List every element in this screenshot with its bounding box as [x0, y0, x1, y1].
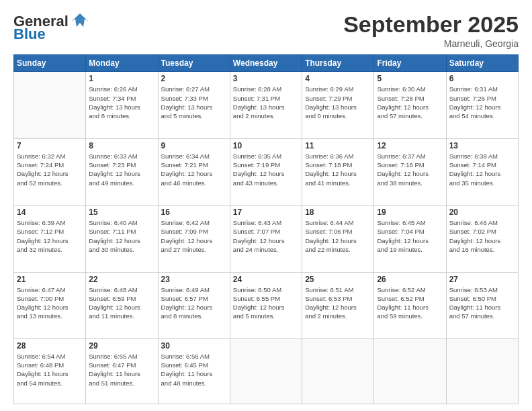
calendar-week-row: 14Sunrise: 6:39 AM Sunset: 7:12 PM Dayli…: [14, 205, 519, 272]
col-saturday: Saturday: [446, 55, 518, 72]
day-info: Sunrise: 6:50 AM Sunset: 6:55 PM Dayligh…: [233, 285, 299, 321]
day-number: 8: [89, 141, 154, 150]
day-number: 16: [161, 208, 227, 217]
month-title: September 2025: [343, 12, 519, 37]
day-info: Sunrise: 6:52 AM Sunset: 6:52 PM Dayligh…: [377, 285, 443, 321]
day-number: 26: [377, 275, 443, 284]
col-monday: Monday: [86, 55, 158, 72]
title-area: September 2025 Marneuli, Georgia: [343, 12, 519, 49]
day-number: 4: [305, 74, 371, 83]
calendar-table: Sunday Monday Tuesday Wednesday Thursday…: [13, 54, 519, 404]
day-number: 6: [449, 74, 515, 83]
day-number: 12: [377, 141, 443, 150]
day-number: 30: [161, 341, 227, 351]
subtitle: Marneuli, Georgia: [343, 38, 519, 49]
day-number: 17: [233, 208, 299, 217]
table-row: [446, 338, 518, 404]
table-row: 30Sunrise: 6:56 AM Sunset: 6:45 PM Dayli…: [158, 338, 230, 404]
table-row: 22Sunrise: 6:48 AM Sunset: 6:59 PM Dayli…: [86, 272, 158, 338]
day-info: Sunrise: 6:39 AM Sunset: 7:12 PM Dayligh…: [17, 218, 83, 254]
table-row: 21Sunrise: 6:47 AM Sunset: 7:00 PM Dayli…: [14, 272, 86, 338]
day-info: Sunrise: 6:38 AM Sunset: 7:14 PM Dayligh…: [449, 152, 515, 187]
day-number: 11: [305, 141, 371, 150]
day-info: Sunrise: 6:48 AM Sunset: 6:59 PM Dayligh…: [89, 285, 154, 321]
table-row: 19Sunrise: 6:45 AM Sunset: 7:04 PM Dayli…: [374, 205, 446, 272]
day-number: 28: [17, 341, 83, 351]
table-row: [230, 338, 302, 404]
header: General Blue September 2025 Marneuli, Ge…: [13, 12, 519, 49]
day-number: 5: [377, 74, 443, 83]
day-info: Sunrise: 6:54 AM Sunset: 6:48 PM Dayligh…: [17, 352, 83, 387]
day-number: 3: [233, 74, 299, 83]
table-row: 3Sunrise: 6:28 AM Sunset: 7:31 PM Daylig…: [230, 72, 302, 138]
day-number: 18: [305, 208, 371, 217]
day-number: 13: [449, 141, 515, 150]
table-row: 29Sunrise: 6:55 AM Sunset: 6:47 PM Dayli…: [86, 338, 158, 404]
day-info: Sunrise: 6:29 AM Sunset: 7:29 PM Dayligh…: [305, 85, 371, 120]
calendar-week-row: 28Sunrise: 6:54 AM Sunset: 6:48 PM Dayli…: [14, 338, 519, 404]
day-number: 9: [161, 141, 227, 150]
day-info: Sunrise: 6:28 AM Sunset: 7:31 PM Dayligh…: [233, 85, 299, 120]
day-number: 20: [449, 208, 515, 217]
table-row: 23Sunrise: 6:49 AM Sunset: 6:57 PM Dayli…: [158, 272, 230, 338]
table-row: 27Sunrise: 6:53 AM Sunset: 6:50 PM Dayli…: [446, 272, 518, 338]
calendar-week-row: 21Sunrise: 6:47 AM Sunset: 7:00 PM Dayli…: [14, 272, 519, 338]
day-number: 21: [17, 275, 83, 284]
col-sunday: Sunday: [14, 55, 86, 72]
day-info: Sunrise: 6:45 AM Sunset: 7:04 PM Dayligh…: [377, 218, 443, 254]
day-info: Sunrise: 6:34 AM Sunset: 7:21 PM Dayligh…: [161, 152, 227, 187]
day-info: Sunrise: 6:44 AM Sunset: 7:06 PM Dayligh…: [305, 218, 371, 254]
day-number: 25: [305, 275, 371, 284]
day-number: 24: [233, 275, 299, 284]
logo-blue-text: Blue: [13, 26, 46, 43]
day-number: 2: [161, 74, 227, 83]
day-info: Sunrise: 6:31 AM Sunset: 7:26 PM Dayligh…: [449, 85, 515, 120]
table-row: 26Sunrise: 6:52 AM Sunset: 6:52 PM Dayli…: [374, 272, 446, 338]
calendar-week-row: 1Sunrise: 6:26 AM Sunset: 7:34 PM Daylig…: [14, 72, 519, 138]
table-row: [374, 338, 446, 404]
table-row: 1Sunrise: 6:26 AM Sunset: 7:34 PM Daylig…: [86, 72, 158, 138]
day-info: Sunrise: 6:37 AM Sunset: 7:16 PM Dayligh…: [377, 152, 443, 187]
day-info: Sunrise: 6:32 AM Sunset: 7:24 PM Dayligh…: [17, 152, 83, 187]
page: General Blue September 2025 Marneuli, Ge…: [0, 0, 532, 411]
day-info: Sunrise: 6:43 AM Sunset: 7:07 PM Dayligh…: [233, 218, 299, 254]
day-info: Sunrise: 6:51 AM Sunset: 6:53 PM Dayligh…: [305, 285, 371, 321]
table-row: 16Sunrise: 6:42 AM Sunset: 7:09 PM Dayli…: [158, 205, 230, 272]
table-row: 14Sunrise: 6:39 AM Sunset: 7:12 PM Dayli…: [14, 205, 86, 272]
table-row: 18Sunrise: 6:44 AM Sunset: 7:06 PM Dayli…: [302, 205, 374, 272]
day-number: 14: [17, 208, 83, 217]
logo-bird-icon: [70, 12, 90, 31]
col-friday: Friday: [374, 55, 446, 72]
table-row: 12Sunrise: 6:37 AM Sunset: 7:16 PM Dayli…: [374, 138, 446, 205]
day-number: 27: [449, 275, 515, 284]
day-info: Sunrise: 6:53 AM Sunset: 6:50 PM Dayligh…: [449, 285, 515, 321]
day-number: 23: [161, 275, 227, 284]
table-row: 2Sunrise: 6:27 AM Sunset: 7:33 PM Daylig…: [158, 72, 230, 138]
col-thursday: Thursday: [302, 55, 374, 72]
table-row: 4Sunrise: 6:29 AM Sunset: 7:29 PM Daylig…: [302, 72, 374, 138]
table-row: 13Sunrise: 6:38 AM Sunset: 7:14 PM Dayli…: [446, 138, 518, 205]
day-info: Sunrise: 6:33 AM Sunset: 7:23 PM Dayligh…: [89, 152, 154, 187]
table-row: 6Sunrise: 6:31 AM Sunset: 7:26 PM Daylig…: [446, 72, 518, 138]
table-row: 20Sunrise: 6:46 AM Sunset: 7:02 PM Dayli…: [446, 205, 518, 272]
table-row: 17Sunrise: 6:43 AM Sunset: 7:07 PM Dayli…: [230, 205, 302, 272]
table-row: 15Sunrise: 6:40 AM Sunset: 7:11 PM Dayli…: [86, 205, 158, 272]
day-info: Sunrise: 6:55 AM Sunset: 6:47 PM Dayligh…: [89, 352, 154, 387]
day-info: Sunrise: 6:49 AM Sunset: 6:57 PM Dayligh…: [161, 285, 227, 321]
table-row: 9Sunrise: 6:34 AM Sunset: 7:21 PM Daylig…: [158, 138, 230, 205]
day-number: 15: [89, 208, 154, 217]
day-info: Sunrise: 6:27 AM Sunset: 7:33 PM Dayligh…: [161, 85, 227, 120]
table-row: 25Sunrise: 6:51 AM Sunset: 6:53 PM Dayli…: [302, 272, 374, 338]
day-number: 10: [233, 141, 299, 150]
table-row: 28Sunrise: 6:54 AM Sunset: 6:48 PM Dayli…: [14, 338, 86, 404]
day-number: 19: [377, 208, 443, 217]
col-wednesday: Wednesday: [230, 55, 302, 72]
day-info: Sunrise: 6:47 AM Sunset: 7:00 PM Dayligh…: [17, 285, 83, 321]
day-info: Sunrise: 6:46 AM Sunset: 7:02 PM Dayligh…: [449, 218, 515, 254]
table-row: 8Sunrise: 6:33 AM Sunset: 7:23 PM Daylig…: [86, 138, 158, 205]
day-info: Sunrise: 6:36 AM Sunset: 7:18 PM Dayligh…: [305, 152, 371, 187]
day-info: Sunrise: 6:42 AM Sunset: 7:09 PM Dayligh…: [161, 218, 227, 254]
day-number: 1: [89, 74, 154, 83]
table-row: 24Sunrise: 6:50 AM Sunset: 6:55 PM Dayli…: [230, 272, 302, 338]
col-tuesday: Tuesday: [158, 55, 230, 72]
